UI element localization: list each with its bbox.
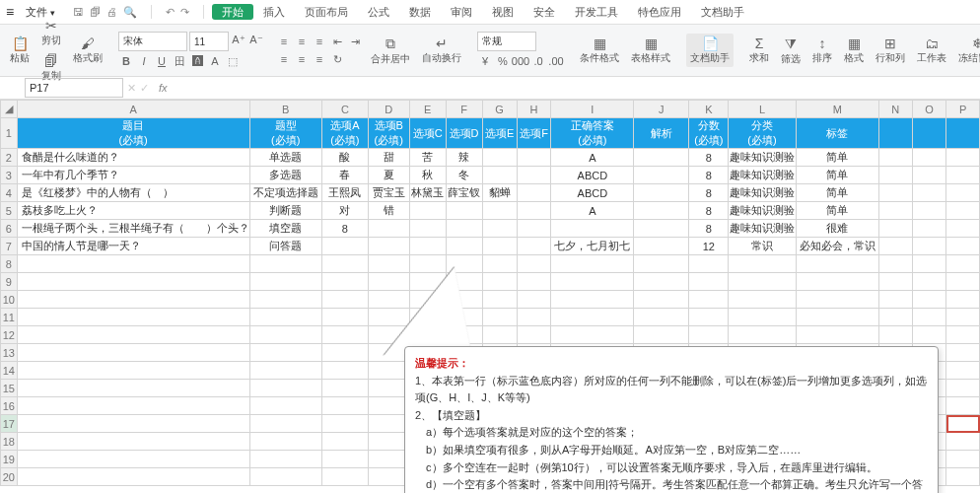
cell[interactable]: 简单 [796,184,878,202]
wrap-button[interactable]: ↵自动换行 [418,34,465,67]
font-select[interactable]: 宋体 [118,32,187,51]
cell[interactable] [409,238,446,255]
grow-font-button[interactable]: A⁺ [231,32,246,47]
align-bot-button[interactable]: ≡ [312,34,327,49]
table-header-cell[interactable]: 选项D [446,118,482,149]
col-header-M[interactable]: M [796,101,878,118]
paste-button[interactable]: 📋粘贴 [6,34,34,67]
cell[interactable] [321,380,368,397]
table-header-cell[interactable]: 题目(必填) [17,118,249,149]
cell[interactable] [796,255,878,273]
cell[interactable] [321,468,368,486]
row-header-9[interactable]: 9 [1,273,18,291]
sort-button[interactable]: ↕排序 [808,34,836,67]
cell[interactable] [689,326,729,344]
saveas-icon[interactable]: 🗐 [90,6,101,19]
cut-button[interactable]: ✂剪切 [37,16,65,49]
col-header-L[interactable]: L [729,101,796,118]
table-header-cell[interactable]: 选项B(必填) [368,118,409,149]
cond-format-button[interactable]: ▦条件格式 [576,34,623,67]
cell[interactable] [17,433,249,451]
row-header-5[interactable]: 5 [1,202,18,220]
cell[interactable] [946,362,980,380]
cell[interactable] [634,309,689,326]
table-header-cell[interactable]: 选项C [409,118,446,149]
table-header-cell[interactable]: 正确答案(必填) [551,118,634,149]
cell[interactable] [321,415,368,433]
cell[interactable]: 秋 [409,167,446,184]
cell[interactable]: 单选题 [249,149,321,167]
cell[interactable]: 夏 [368,167,409,184]
number-format-select[interactable]: 常规 [477,32,536,51]
cell[interactable] [946,309,980,326]
cell[interactable] [946,433,980,451]
row-header-3[interactable]: 3 [1,167,18,184]
row-header-16[interactable]: 16 [1,397,18,415]
cell[interactable] [482,238,517,255]
cell[interactable]: 甜 [368,149,409,167]
cell[interactable] [249,468,321,486]
col-header-G[interactable]: G [482,101,517,118]
strike-button[interactable]: 田 [172,53,187,69]
cell[interactable] [729,326,796,344]
align-center-button[interactable]: ≡ [294,51,310,67]
selected-cell[interactable] [946,415,980,433]
row-header-8[interactable]: 8 [1,255,18,273]
cell[interactable] [249,291,321,309]
cell[interactable] [689,309,729,326]
cell[interactable] [409,220,446,238]
cell[interactable] [729,255,796,273]
cell[interactable]: 中国的情人节是哪一天？ [17,238,249,255]
row-header-11[interactable]: 11 [1,309,18,326]
cell[interactable] [249,451,321,468]
cell[interactable] [912,309,945,326]
cell[interactable]: 必知必会，常识 [796,238,878,255]
percent-button[interactable]: % [495,53,511,69]
cell[interactable] [796,273,878,291]
cell[interactable] [517,273,551,291]
accept-formula-icon[interactable]: ✓ [140,82,149,95]
tab-视图[interactable]: 视图 [482,4,524,20]
fill-color-button[interactable]: 🅰 [189,53,205,69]
cell[interactable] [517,220,551,238]
row-header-17[interactable]: 17 [1,415,18,433]
cell[interactable] [321,273,368,291]
row-header-10[interactable]: 10 [1,291,18,309]
cell[interactable] [551,255,634,273]
cell[interactable] [946,451,980,468]
cell[interactable] [517,255,551,273]
cell[interactable]: 林黛玉 [409,184,446,202]
cell[interactable] [946,273,980,291]
print-icon[interactable]: 🖨 [106,6,117,19]
tab-开始[interactable]: 开始 [212,4,253,20]
cell[interactable] [482,220,517,238]
row-header-20[interactable]: 20 [1,468,18,486]
cell[interactable] [482,202,517,220]
cell[interactable] [321,291,368,309]
cell[interactable] [17,326,249,344]
cell[interactable] [482,149,517,167]
cell[interactable] [368,273,409,291]
tab-特色应用[interactable]: 特色应用 [628,4,691,20]
cell[interactable] [551,326,634,344]
save-icon[interactable]: 🖫 [73,6,84,19]
cell[interactable] [729,309,796,326]
cell[interactable] [878,273,912,291]
cell[interactable] [517,202,551,220]
cell[interactable] [634,220,689,238]
cell[interactable] [17,397,249,415]
tab-插入[interactable]: 插入 [253,4,295,20]
cell[interactable] [368,451,409,468]
align-mid-button[interactable]: ≡ [294,34,310,49]
cell[interactable]: 七夕，七月初七 [551,238,634,255]
cell[interactable] [912,273,945,291]
cell[interactable] [551,309,634,326]
cell[interactable] [17,344,249,362]
cell[interactable] [551,291,634,309]
cell[interactable]: 趣味知识测验 [729,220,796,238]
cell[interactable] [17,255,249,273]
bold-button[interactable]: B [118,53,134,69]
cell[interactable]: A [551,202,634,220]
cell[interactable]: 酸 [321,149,368,167]
cell[interactable] [17,415,249,433]
